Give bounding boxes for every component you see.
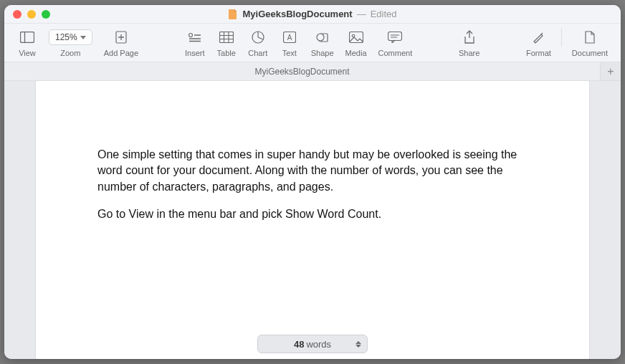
media-icon xyxy=(349,29,363,45)
text-icon: A xyxy=(283,29,296,45)
word-count-stepper-icon xyxy=(356,341,361,348)
page-icon xyxy=(585,29,595,45)
tab-add-button[interactable]: + xyxy=(601,62,621,80)
close-window-button[interactable] xyxy=(13,10,22,19)
toolbar-divider xyxy=(561,28,562,47)
sidebar-icon xyxy=(20,29,34,45)
title-dash: — xyxy=(357,9,366,19)
svg-point-20 xyxy=(352,34,355,37)
share-button[interactable]: Share xyxy=(453,28,485,59)
zoom-control[interactable]: 125% Zoom xyxy=(43,28,98,59)
tab-strip: MyiGeeksBlogDocument + xyxy=(4,62,621,81)
shape-button[interactable]: Shape xyxy=(305,28,340,59)
minimize-window-button[interactable] xyxy=(27,10,36,19)
svg-rect-0 xyxy=(21,32,34,43)
plus-icon: + xyxy=(607,65,614,78)
traffic-lights xyxy=(13,10,50,19)
table-button[interactable]: Table xyxy=(211,28,242,59)
svg-point-5 xyxy=(189,34,192,37)
page[interactable]: One simple setting that comes in super h… xyxy=(36,81,589,359)
text-button[interactable]: A Text xyxy=(274,28,305,59)
word-count-label: words xyxy=(306,339,331,350)
svg-point-18 xyxy=(317,34,324,41)
toolbar: View 125% Zoom Add Page Insert xyxy=(4,24,621,62)
window-title: MyiGeeksBlogDocument — Edited xyxy=(228,9,396,19)
shape-label: Shape xyxy=(311,49,334,57)
svg-rect-19 xyxy=(349,32,363,43)
share-label: Share xyxy=(459,49,480,57)
app-window: MyiGeeksBlogDocument — Edited View 125% … xyxy=(4,5,621,359)
document-label: Document xyxy=(572,49,608,57)
table-label: Table xyxy=(217,49,236,57)
insert-button[interactable]: Insert xyxy=(179,28,211,59)
edited-indicator: Edited xyxy=(371,9,397,19)
titlebar: MyiGeeksBlogDocument — Edited xyxy=(4,5,621,24)
zoom-label: Zoom xyxy=(60,49,80,57)
text-label: Text xyxy=(282,49,297,57)
document-icon xyxy=(228,9,238,19)
table-icon xyxy=(219,29,234,45)
insert-label: Insert xyxy=(185,49,205,57)
media-button[interactable]: Media xyxy=(340,28,373,59)
share-icon xyxy=(464,29,475,45)
tab-label: MyiGeeksBlogDocument xyxy=(254,67,349,77)
media-label: Media xyxy=(345,49,367,57)
document-button[interactable]: Document xyxy=(566,28,614,59)
paintbrush-icon xyxy=(532,29,545,45)
word-count-pill[interactable]: 48 words xyxy=(257,335,368,353)
add-page-label: Add Page xyxy=(104,49,138,57)
svg-text:A: A xyxy=(287,34,292,42)
svg-rect-21 xyxy=(388,32,402,41)
chart-icon xyxy=(252,29,264,45)
chevron-down-icon xyxy=(80,36,86,39)
word-count-number: 48 xyxy=(294,339,304,350)
shape-icon xyxy=(316,29,329,45)
paragraph-2: Go to View in the menu bar and pick Show… xyxy=(97,206,528,222)
comment-button[interactable]: Comment xyxy=(373,28,419,59)
fullscreen-window-button[interactable] xyxy=(42,10,50,19)
format-label: Format xyxy=(526,49,551,57)
add-page-icon xyxy=(115,29,127,45)
comment-icon xyxy=(388,29,402,45)
add-page-button[interactable]: Add Page xyxy=(98,28,144,59)
insert-icon xyxy=(188,29,202,45)
zoom-value: 125% xyxy=(55,32,77,42)
paragraph-1: One simple setting that comes in super h… xyxy=(97,147,528,195)
document-area: One simple setting that comes in super h… xyxy=(4,81,621,359)
tab-active[interactable]: MyiGeeksBlogDocument xyxy=(4,62,601,80)
zoom-dropdown[interactable]: 125% xyxy=(49,29,92,45)
document-title: MyiGeeksBlogDocument xyxy=(242,9,352,19)
chart-label: Chart xyxy=(248,49,267,57)
view-label: View xyxy=(19,49,36,57)
svg-rect-9 xyxy=(219,32,233,43)
comment-label: Comment xyxy=(378,49,413,57)
format-button[interactable]: Format xyxy=(520,28,557,59)
chart-button[interactable]: Chart xyxy=(242,28,274,59)
view-button[interactable]: View xyxy=(11,28,43,59)
